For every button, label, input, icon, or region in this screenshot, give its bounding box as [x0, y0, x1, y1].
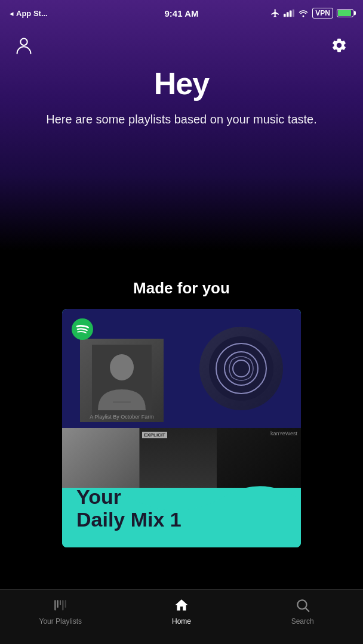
svg-rect-2	[290, 11, 292, 17]
nav-item-home[interactable]: Home	[121, 597, 242, 626]
home-svg	[174, 597, 189, 613]
playlists-svg	[53, 597, 68, 613]
album-art-left: A Playlist By October Farm	[80, 339, 164, 422]
playlists-icon	[52, 597, 69, 614]
status-bar: ◂ App St... 9:41 AM VPN	[0, 0, 363, 26]
svg-point-9	[209, 336, 273, 401]
album-art-right	[199, 327, 283, 410]
svg-rect-3	[293, 10, 294, 17]
signal-icon	[284, 9, 294, 17]
nav-label-home: Home	[172, 617, 191, 626]
settings-icon	[331, 37, 347, 54]
kanye-label: kanYeWest	[270, 431, 297, 437]
spotify-logo	[72, 318, 93, 340]
svg-rect-1	[287, 12, 289, 17]
svg-rect-16	[63, 600, 64, 610]
profile-button[interactable]	[12, 33, 36, 57]
svg-point-4	[20, 39, 27, 45]
home-icon	[173, 597, 190, 614]
person-silhouette	[92, 345, 152, 416]
svg-rect-8	[113, 401, 131, 403]
back-icon: ◂	[10, 9, 14, 18]
nav-label-search: Search	[291, 617, 314, 626]
section-title-wrap: Made for you	[0, 279, 363, 298]
status-left: ◂ App St...	[10, 9, 48, 18]
nav-item-search[interactable]: Search	[242, 597, 363, 626]
airplane-icon	[270, 8, 280, 18]
nav-item-playlists[interactable]: Your Playlists	[0, 597, 121, 626]
search-svg	[295, 597, 310, 613]
status-right: VPN	[270, 8, 353, 18]
nav-label-playlists: Your Playlists	[39, 617, 82, 626]
svg-rect-15	[60, 600, 61, 605]
svg-rect-0	[284, 14, 286, 17]
hero-section: Hey Here are some playlists based on you…	[0, 66, 363, 128]
battery-fill	[338, 10, 351, 16]
svg-point-18	[297, 600, 306, 609]
status-app-name: App St...	[16, 9, 48, 18]
playlist-card[interactable]: A Playlist By October Farm EXPLICIT kanY…	[62, 309, 301, 547]
status-time: 9:41 AM	[165, 8, 199, 18]
profile-icon	[14, 36, 33, 55]
svg-line-19	[306, 608, 309, 612]
svg-point-7	[110, 354, 134, 380]
svg-rect-17	[65, 600, 66, 608]
playlist-label: Your Daily Mix 1	[76, 486, 182, 531]
circular-design	[208, 336, 274, 401]
explicit-badge: EXPLICIT	[142, 432, 167, 438]
vpn-badge: VPN	[312, 8, 333, 18]
svg-rect-14	[57, 600, 59, 608]
hero-title: Hey	[24, 66, 339, 101]
album-art-caption: A Playlist By October Farm	[82, 414, 161, 420]
top-icons-row	[0, 26, 363, 64]
card-inner: A Playlist By October Farm EXPLICIT kanY…	[62, 309, 301, 547]
hero-subtitle: Here are some playlists based on your mu…	[24, 111, 339, 128]
playlist-name-line2: Daily Mix 1	[76, 509, 182, 531]
search-icon	[294, 597, 311, 614]
battery-icon	[337, 9, 353, 17]
bottom-nav: Your Playlists Home Search	[0, 589, 363, 644]
svg-rect-13	[55, 600, 56, 610]
playlist-name-line1: Your	[76, 486, 182, 508]
wifi-icon	[298, 9, 309, 17]
settings-button[interactable]	[327, 33, 351, 57]
section-title: Made for you	[133, 279, 230, 297]
